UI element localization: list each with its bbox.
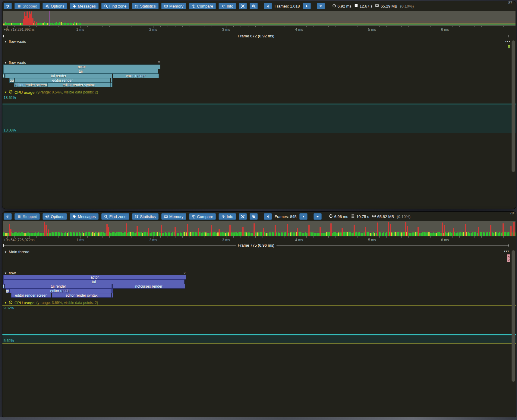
statistics-button[interactable]: Statistics	[132, 213, 159, 220]
options-button[interactable]: Options	[43, 3, 67, 9]
frame-bar	[3, 24, 5, 25]
thread-row-flow-vaxis-top[interactable]: ▼ flow-vaxis	[4, 39, 26, 44]
ruler-tick	[467, 236, 467, 238]
statistics-button[interactable]: Statistics	[132, 3, 159, 9]
ruler-tick	[160, 236, 161, 238]
frame-timeline[interactable]	[3, 221, 515, 236]
zone-bar-gu[interactable]: gu	[6, 289, 10, 293]
zone-bar-tui[interactable]: tui	[3, 69, 158, 74]
zone-bar[interactable]	[111, 289, 113, 293]
button-label: Messages	[78, 4, 96, 8]
next-frame-button[interactable]	[299, 213, 307, 220]
collapse-triangle-icon[interactable]: ▼	[4, 301, 7, 304]
thread-row-main-thread[interactable]: ▼ Main thread	[4, 250, 30, 254]
zone-bar-notcurses-render[interactable]: notcurses render	[112, 284, 185, 289]
info-button[interactable]: Info	[219, 3, 236, 9]
ruler-ms-label: 4 ms	[295, 27, 303, 32]
frame-bar	[463, 232, 464, 236]
thread-row-flow-vaxis[interactable]: ▼ flow-vaxis	[4, 60, 26, 65]
frame-marker-triangles[interactable]: ▼▼▼	[503, 250, 509, 253]
zone-bar[interactable]	[110, 83, 112, 87]
sort-icon	[135, 4, 139, 8]
collapse-triangle-icon[interactable]: ▼	[4, 40, 7, 43]
button-label: Memory	[169, 4, 184, 8]
zone-bar-editor-render-syntax[interactable]: editor render syntax	[47, 83, 110, 87]
ruler-tick	[430, 236, 431, 238]
tools-button[interactable]	[239, 3, 247, 9]
frames-expand-button[interactable]	[317, 3, 325, 9]
zone-bar-t[interactable]: t	[3, 284, 5, 289]
ruler-tick	[204, 26, 204, 27]
frame-bar	[251, 233, 252, 236]
prev-frame-button[interactable]	[264, 3, 272, 9]
compare-button[interactable]: Compare	[189, 213, 216, 220]
frame-header[interactable]: Frame 775 (6.96 ms)	[236, 243, 276, 248]
frame-bar	[71, 23, 72, 25]
messages-button[interactable]: Messages	[70, 3, 98, 9]
zone-bar-gu[interactable]: gu	[9, 78, 14, 83]
zone-bar-editor-render-screen[interactable]: editor render screen	[11, 293, 51, 298]
vertical-scrollbar[interactable]	[512, 40, 515, 172]
frames-expand-button[interactable]	[314, 213, 322, 220]
zone-bar-actor[interactable]: actor	[3, 65, 160, 69]
collapse-triangle-icon[interactable]: ▼	[4, 61, 7, 64]
gear-icon	[45, 215, 49, 219]
frame-bar	[61, 232, 62, 236]
find-zone-button[interactable]: Find zone	[101, 213, 129, 220]
zoom-frames-button[interactable]	[250, 213, 258, 220]
options-button[interactable]: Options	[43, 213, 67, 220]
frame-bar	[205, 232, 206, 236]
ruler-tick	[248, 26, 248, 27]
frame-bar	[314, 233, 315, 236]
frame-bar	[26, 233, 27, 236]
zone-bar-t[interactable]: t	[3, 74, 5, 78]
ruler-ms-label: 3 ms	[222, 27, 230, 32]
frame-header[interactable]: Frame 672 (6.92 ms)	[236, 34, 276, 39]
zone-bar-actor[interactable]: actor	[3, 275, 186, 279]
ruler-tick	[263, 26, 263, 27]
collapse-triangle-icon[interactable]: ▼	[4, 91, 7, 94]
ruler-offset-label: +9s 542,726,072ns	[4, 238, 34, 242]
connection-button[interactable]	[4, 3, 12, 9]
compare-button[interactable]: Compare	[189, 3, 216, 9]
zone-bar[interactable]	[112, 293, 113, 298]
cpu-usage-header[interactable]: ▼ CPU usage (y-range: 3.69%, visible dat…	[4, 300, 98, 305]
frame-bar	[70, 23, 71, 25]
vertical-scrollbar[interactable]	[512, 250, 515, 382]
find-zone-button[interactable]: Find zone	[101, 3, 129, 9]
tools-button[interactable]	[239, 213, 247, 220]
stopped-button[interactable]: Stopped	[14, 213, 40, 220]
zone-bar-editor-render-syntax[interactable]: editor render syntax	[52, 293, 111, 298]
frame-target-tag[interactable]	[507, 254, 510, 262]
collapse-triangle-icon[interactable]: ▼	[4, 251, 7, 254]
cpu-usage-header[interactable]: ▼ CPU usage (y-range: 0.54%, visible dat…	[4, 90, 98, 95]
frame-marker-triangles[interactable]: ▼▼▼	[505, 40, 510, 43]
zone-bar-tui-render[interactable]: tui render	[5, 284, 112, 289]
zone-bar-editor-render[interactable]: editor render	[10, 289, 111, 293]
ruler-tick	[511, 236, 511, 238]
connection-button[interactable]	[4, 213, 12, 220]
zone-bar-tui-render[interactable]: tui render	[5, 74, 112, 78]
memory-button[interactable]: Memory	[161, 213, 186, 220]
frame-bar	[462, 232, 463, 236]
zone-bar-tui[interactable]: tui	[3, 279, 184, 284]
prev-frame-button[interactable]	[264, 213, 272, 220]
frame-bar	[183, 232, 184, 236]
memory-button[interactable]: Memory	[161, 3, 186, 9]
zone-bar-vaxis-render[interactable]: vaxis render	[113, 74, 159, 78]
zone-bar-editor-render-screen[interactable]: editor render screen	[14, 83, 47, 87]
zone-bar[interactable]	[111, 78, 112, 83]
frame-timeline[interactable]	[3, 11, 515, 26]
zoom-frames-button[interactable]	[250, 3, 258, 9]
next-frame-button[interactable]	[303, 3, 311, 9]
thread-row-flow[interactable]: ▼ flow	[4, 271, 16, 275]
collapse-triangle-icon[interactable]: ▼	[4, 272, 7, 275]
frame-bar	[92, 232, 93, 236]
stopped-button[interactable]: Stopped	[14, 3, 40, 9]
ruler-tick	[408, 236, 409, 238]
info-button[interactable]: Info	[219, 213, 236, 220]
frame-bar	[53, 232, 54, 236]
frame-marker-tag[interactable]	[508, 45, 510, 49]
messages-button[interactable]: Messages	[70, 213, 98, 220]
zone-bar-editor-render[interactable]: editor render	[14, 78, 110, 83]
